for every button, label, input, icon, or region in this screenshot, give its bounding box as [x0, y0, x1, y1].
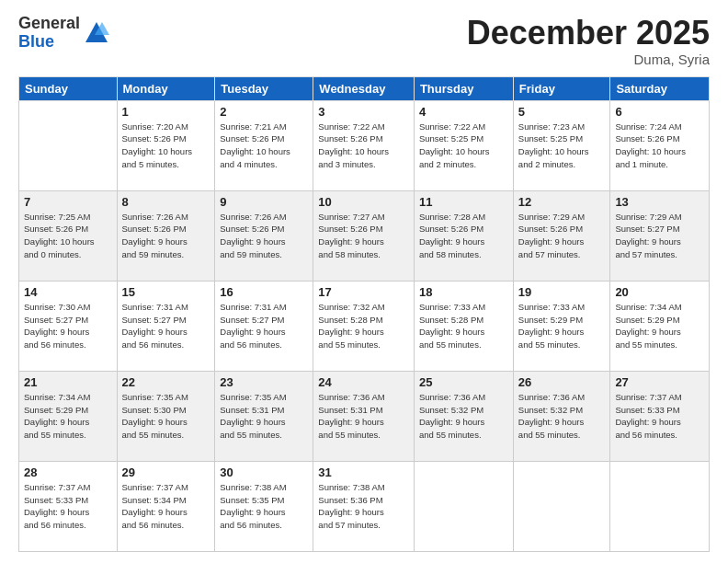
day-detail: Sunrise: 7:26 AMSunset: 5:26 PMDaylight:…: [122, 211, 210, 261]
day-detail: Sunrise: 7:38 AMSunset: 5:35 PMDaylight:…: [220, 481, 308, 532]
calendar-cell: 17Sunrise: 7:32 AMSunset: 5:28 PMDayligh…: [313, 281, 415, 371]
day-detail: Sunrise: 7:37 AMSunset: 5:34 PMDaylight:…: [122, 481, 210, 532]
day-number: 12: [518, 195, 606, 209]
calendar-cell: 24Sunrise: 7:36 AMSunset: 5:31 PMDayligh…: [313, 371, 415, 461]
day-number: 10: [318, 195, 409, 209]
calendar-cell: 1Sunrise: 7:20 AMSunset: 5:26 PMDaylight…: [117, 100, 215, 190]
day-number: 7: [24, 195, 112, 209]
day-detail: Sunrise: 7:28 AMSunset: 5:26 PMDaylight:…: [419, 211, 508, 261]
calendar-cell: [414, 461, 513, 551]
weekday-header-sunday: Sunday: [19, 76, 118, 100]
calendar-cell: 18Sunrise: 7:33 AMSunset: 5:28 PMDayligh…: [414, 281, 513, 371]
day-number: 3: [318, 105, 409, 119]
day-number: 29: [122, 465, 210, 479]
day-detail: Sunrise: 7:20 AMSunset: 5:26 PMDaylight:…: [122, 121, 210, 171]
calendar-cell: [610, 461, 710, 551]
day-number: 19: [518, 285, 606, 299]
day-number: 17: [318, 285, 409, 299]
calendar-cell: 2Sunrise: 7:21 AMSunset: 5:26 PMDaylight…: [215, 100, 313, 190]
week-row-5: 28Sunrise: 7:37 AMSunset: 5:33 PMDayligh…: [19, 461, 710, 551]
day-detail: Sunrise: 7:23 AMSunset: 5:25 PMDaylight:…: [518, 121, 606, 171]
day-number: 24: [318, 375, 409, 389]
day-detail: Sunrise: 7:33 AMSunset: 5:29 PMDaylight:…: [518, 301, 606, 351]
calendar-cell: 16Sunrise: 7:31 AMSunset: 5:27 PMDayligh…: [215, 281, 313, 371]
day-detail: Sunrise: 7:24 AMSunset: 5:26 PMDaylight:…: [615, 121, 704, 171]
day-detail: Sunrise: 7:38 AMSunset: 5:36 PMDaylight:…: [318, 481, 409, 532]
weekday-header-wednesday: Wednesday: [313, 76, 415, 100]
day-number: 15: [122, 285, 210, 299]
day-number: 11: [419, 195, 508, 209]
day-number: 14: [24, 285, 112, 299]
calendar-cell: 23Sunrise: 7:35 AMSunset: 5:31 PMDayligh…: [215, 371, 313, 461]
day-detail: Sunrise: 7:35 AMSunset: 5:30 PMDaylight:…: [122, 391, 210, 442]
day-detail: Sunrise: 7:25 AMSunset: 5:26 PMDaylight:…: [24, 211, 112, 261]
day-detail: Sunrise: 7:31 AMSunset: 5:27 PMDaylight:…: [220, 301, 308, 351]
day-detail: Sunrise: 7:21 AMSunset: 5:26 PMDaylight:…: [220, 121, 308, 171]
calendar-cell: 27Sunrise: 7:37 AMSunset: 5:33 PMDayligh…: [610, 371, 710, 461]
calendar-cell: 10Sunrise: 7:27 AMSunset: 5:26 PMDayligh…: [313, 190, 415, 281]
day-detail: Sunrise: 7:32 AMSunset: 5:28 PMDaylight:…: [318, 301, 409, 351]
day-detail: Sunrise: 7:35 AMSunset: 5:31 PMDaylight:…: [220, 391, 308, 442]
logo: General Blue: [18, 15, 109, 52]
day-detail: Sunrise: 7:34 AMSunset: 5:29 PMDaylight:…: [615, 301, 704, 351]
day-number: 13: [615, 195, 704, 209]
title-block: December 2025 Duma, Syria: [467, 15, 710, 67]
day-number: 5: [518, 105, 606, 119]
day-number: 30: [220, 465, 308, 479]
calendar-cell: 26Sunrise: 7:36 AMSunset: 5:32 PMDayligh…: [513, 371, 610, 461]
day-number: 20: [615, 285, 704, 299]
day-number: 4: [419, 105, 508, 119]
week-row-4: 21Sunrise: 7:34 AMSunset: 5:29 PMDayligh…: [19, 371, 710, 461]
day-detail: Sunrise: 7:34 AMSunset: 5:29 PMDaylight:…: [24, 391, 112, 442]
calendar-cell: 9Sunrise: 7:26 AMSunset: 5:26 PMDaylight…: [215, 190, 313, 281]
day-detail: Sunrise: 7:29 AMSunset: 5:26 PMDaylight:…: [518, 211, 606, 261]
weekday-header-saturday: Saturday: [610, 76, 710, 100]
day-detail: Sunrise: 7:33 AMSunset: 5:28 PMDaylight:…: [419, 301, 508, 351]
day-detail: Sunrise: 7:30 AMSunset: 5:27 PMDaylight:…: [24, 301, 112, 351]
day-number: 31: [318, 465, 409, 479]
day-number: 2: [220, 105, 308, 119]
logo-blue: Blue: [18, 33, 80, 52]
day-detail: Sunrise: 7:26 AMSunset: 5:26 PMDaylight:…: [220, 211, 308, 261]
month-title: December 2025: [467, 15, 710, 52]
day-number: 8: [122, 195, 210, 209]
calendar-cell: 21Sunrise: 7:34 AMSunset: 5:29 PMDayligh…: [19, 371, 118, 461]
day-detail: Sunrise: 7:22 AMSunset: 5:25 PMDaylight:…: [419, 121, 508, 171]
day-number: 18: [419, 285, 508, 299]
day-detail: Sunrise: 7:36 AMSunset: 5:31 PMDaylight:…: [318, 391, 409, 442]
calendar-cell: 5Sunrise: 7:23 AMSunset: 5:25 PMDaylight…: [513, 100, 610, 190]
calendar-cell: 15Sunrise: 7:31 AMSunset: 5:27 PMDayligh…: [117, 281, 215, 371]
day-number: 27: [615, 375, 704, 389]
day-detail: Sunrise: 7:31 AMSunset: 5:27 PMDaylight:…: [122, 301, 210, 351]
calendar-cell: [19, 100, 118, 190]
calendar-table: SundayMondayTuesdayWednesdayThursdayFrid…: [18, 76, 710, 552]
day-detail: Sunrise: 7:22 AMSunset: 5:26 PMDaylight:…: [318, 121, 409, 171]
day-number: 26: [518, 375, 606, 389]
day-number: 9: [220, 195, 308, 209]
calendar-cell: 13Sunrise: 7:29 AMSunset: 5:27 PMDayligh…: [610, 190, 710, 281]
weekday-header-row: SundayMondayTuesdayWednesdayThursdayFrid…: [19, 76, 710, 100]
weekday-header-thursday: Thursday: [414, 76, 513, 100]
calendar-page: General Blue December 2025 Duma, Syria S…: [0, 0, 728, 563]
week-row-3: 14Sunrise: 7:30 AMSunset: 5:27 PMDayligh…: [19, 281, 710, 371]
day-number: 28: [24, 465, 112, 479]
calendar-cell: 6Sunrise: 7:24 AMSunset: 5:26 PMDaylight…: [610, 100, 710, 190]
day-number: 25: [419, 375, 508, 389]
logo-text-block: General Blue: [18, 15, 80, 52]
day-detail: Sunrise: 7:36 AMSunset: 5:32 PMDaylight:…: [419, 391, 508, 442]
week-row-2: 7Sunrise: 7:25 AMSunset: 5:26 PMDaylight…: [19, 190, 710, 281]
calendar-cell: 7Sunrise: 7:25 AMSunset: 5:26 PMDaylight…: [19, 190, 118, 281]
weekday-header-monday: Monday: [117, 76, 215, 100]
calendar-cell: 3Sunrise: 7:22 AMSunset: 5:26 PMDaylight…: [313, 100, 415, 190]
day-detail: Sunrise: 7:36 AMSunset: 5:32 PMDaylight:…: [518, 391, 606, 442]
day-number: 22: [122, 375, 210, 389]
calendar-cell: 28Sunrise: 7:37 AMSunset: 5:33 PMDayligh…: [19, 461, 118, 551]
weekday-header-friday: Friday: [513, 76, 610, 100]
calendar-cell: 29Sunrise: 7:37 AMSunset: 5:34 PMDayligh…: [117, 461, 215, 551]
calendar-cell: 12Sunrise: 7:29 AMSunset: 5:26 PMDayligh…: [513, 190, 610, 281]
day-detail: Sunrise: 7:37 AMSunset: 5:33 PMDaylight:…: [615, 391, 704, 442]
calendar-cell: 19Sunrise: 7:33 AMSunset: 5:29 PMDayligh…: [513, 281, 610, 371]
calendar-cell: 22Sunrise: 7:35 AMSunset: 5:30 PMDayligh…: [117, 371, 215, 461]
day-number: 1: [122, 105, 210, 119]
calendar-cell: 8Sunrise: 7:26 AMSunset: 5:26 PMDaylight…: [117, 190, 215, 281]
